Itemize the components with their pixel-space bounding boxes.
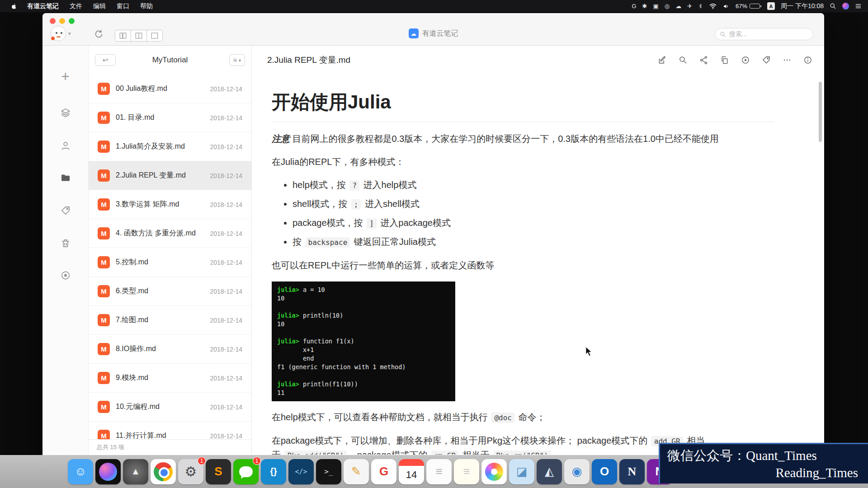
bluetooth-icon[interactable]: [698, 3, 703, 9]
file-name: 00 Julia教程.md: [116, 84, 204, 94]
sublime-text-dock-icon[interactable]: S: [206, 459, 231, 484]
file-list-item[interactable]: M9.模块.md2018-12-14: [89, 364, 251, 393]
airplane-status-icon[interactable]: ✈: [687, 3, 692, 9]
terminal-dock-icon[interactable]: >_: [316, 459, 341, 484]
share-icon[interactable]: [699, 56, 708, 65]
document-toolbar: [658, 56, 812, 65]
textedit-dock-icon[interactable]: ≡: [426, 459, 452, 484]
account-avatar-group[interactable]: ▾: [51, 26, 71, 41]
new-note-button[interactable]: +: [61, 69, 70, 84]
file-list-item[interactable]: M8.IO操作.md2018-12-14: [89, 335, 251, 364]
close-window-button[interactable]: [50, 18, 56, 24]
notes-stack-icon[interactable]: [60, 108, 71, 118]
play-presentation-icon[interactable]: [741, 56, 750, 65]
launchpad-dock-icon[interactable]: ▲: [123, 459, 148, 484]
file-count-footer: 总共 15 项: [89, 439, 251, 455]
avatar-status-dot: [51, 36, 55, 41]
volume-icon[interactable]: [723, 3, 730, 9]
menubar-status-area: G✱▣◎☁✈ 67% A 周一 下午10:08: [632, 2, 862, 10]
menu-item[interactable]: 帮助: [135, 2, 158, 10]
file-list-item[interactable]: M10.元编程.md2018-12-14: [89, 393, 251, 422]
photos-dock-icon[interactable]: [481, 459, 507, 484]
search-icon[interactable]: [679, 56, 688, 65]
vscode-dock-icon[interactable]: {}: [261, 459, 286, 484]
account-avatar[interactable]: [51, 26, 66, 41]
system-preferences-dock-icon[interactable]: ⚙1: [178, 459, 203, 484]
layout-two-pane-button[interactable]: [131, 30, 147, 42]
file-list-item[interactable]: M6.类型.md2018-12-14: [89, 277, 251, 306]
vertical-scrollbar-thumb[interactable]: [819, 82, 822, 142]
zoom-window-button[interactable]: [69, 18, 75, 24]
disc-sync-icon[interactable]: [60, 270, 71, 281]
finder-dock-icon[interactable]: ☺: [68, 459, 93, 484]
file-list-item[interactable]: M3.数学运算 矩阵.md2018-12-14: [89, 190, 251, 219]
minimize-window-button[interactable]: [59, 18, 65, 24]
shared-contacts-icon[interactable]: [60, 141, 71, 151]
menubar-clock[interactable]: 周一 下午10:08: [781, 2, 824, 10]
list-icon: ≡: [233, 56, 237, 64]
paw-status-icon[interactable]: ✱: [642, 3, 647, 9]
youdao-dict-dock-icon[interactable]: G: [371, 459, 396, 484]
notification-badge: 1: [198, 457, 206, 465]
grammarly-status-icon[interactable]: G: [632, 3, 636, 9]
preview-dock-icon[interactable]: ◪: [509, 459, 534, 484]
layout-three-pane-button[interactable]: [115, 30, 131, 42]
menu-item[interactable]: 窗口: [111, 2, 135, 10]
file-list-item[interactable]: M1.Julia简介及安装.md2018-12-14: [89, 132, 251, 161]
notes-dock-icon[interactable]: ≡: [454, 459, 479, 484]
file-name: 9.模块.md: [116, 373, 204, 383]
file-list-item[interactable]: M5.控制.md2018-12-14: [89, 248, 251, 277]
siri-dock-icon[interactable]: [95, 459, 121, 484]
outlook-dock-icon[interactable]: O: [592, 459, 617, 484]
menu-item[interactable]: 编辑: [88, 2, 111, 10]
markdown-file-icon: M: [98, 285, 110, 297]
camera-status-icon[interactable]: ▣: [653, 3, 658, 9]
file-list-item[interactable]: M00 Julia教程.md2018-12-14: [89, 75, 251, 103]
file-list-item[interactable]: M2.Julia REPL 变量.md2018-12-14: [89, 161, 251, 190]
battery-indicator[interactable]: 67%: [736, 3, 761, 9]
back-button[interactable]: ↩: [95, 54, 116, 66]
tag-icon[interactable]: [762, 56, 771, 65]
wechat-dock-icon[interactable]: 1: [233, 459, 259, 484]
wifi-icon[interactable]: [709, 3, 717, 9]
markdown-file-icon: M: [98, 372, 110, 384]
folders-icon[interactable]: [60, 172, 71, 183]
menu-item[interactable]: 文件: [64, 2, 88, 10]
utility-dock-icon[interactable]: ◉: [564, 459, 590, 484]
input-source-badge[interactable]: A: [767, 2, 775, 10]
notification-badge: 1: [253, 457, 261, 465]
sync-button[interactable]: [94, 29, 104, 39]
youdao-cloud-logo: ☁: [409, 28, 419, 38]
list-view-sort-button[interactable]: ≡ ▾: [229, 54, 245, 66]
apple-menu[interactable]: [6, 3, 22, 10]
trash-icon[interactable]: [60, 238, 71, 249]
markdown-file-icon: M: [98, 401, 110, 413]
file-list-item[interactable]: M7.绘图.md2018-12-14: [89, 306, 251, 335]
chrome-dock-icon[interactable]: [151, 459, 176, 484]
siri-icon[interactable]: [842, 3, 849, 9]
layout-one-pane-button[interactable]: [146, 30, 163, 42]
dev-tool-dock-icon[interactable]: </>: [288, 459, 314, 484]
design-tool-dock-icon[interactable]: ◭: [537, 459, 562, 484]
word-notion-dock-icon[interactable]: N: [619, 459, 645, 484]
editor-pencil-dock-icon[interactable]: ✎: [344, 459, 369, 484]
record-status-icon[interactable]: ◎: [665, 3, 670, 9]
file-list-item[interactable]: M4. 函数方法 多重分派.md2018-12-14: [89, 219, 251, 248]
file-date: 2018-12-14: [210, 288, 242, 295]
notification-center-icon[interactable]: [855, 3, 862, 9]
calendar-dock-icon[interactable]: 14: [399, 459, 424, 484]
markdown-file-icon: M: [98, 112, 110, 124]
copy-icon[interactable]: [720, 56, 729, 65]
cloud-status-icon[interactable]: ☁: [675, 3, 681, 9]
edit-icon[interactable]: [658, 56, 667, 65]
macos-menubar: 有道云笔记 文件编辑窗口帮助 G✱▣◎☁✈ 67% A 周一 下午10:08: [0, 0, 868, 12]
document-pane: 2.Julia REPL 变量.md: [252, 46, 824, 455]
tags-icon[interactable]: [60, 206, 71, 216]
info-icon[interactable]: [803, 56, 812, 65]
menubar-app-name[interactable]: 有道云笔记: [22, 2, 64, 10]
more-icon[interactable]: [783, 56, 792, 65]
file-list-item[interactable]: M01. 目录.md2018-12-14: [89, 103, 251, 132]
spotlight-search-icon[interactable]: [830, 3, 836, 9]
markdown-file-icon: M: [98, 256, 110, 268]
global-search-input[interactable]: 搜索...: [715, 28, 813, 40]
